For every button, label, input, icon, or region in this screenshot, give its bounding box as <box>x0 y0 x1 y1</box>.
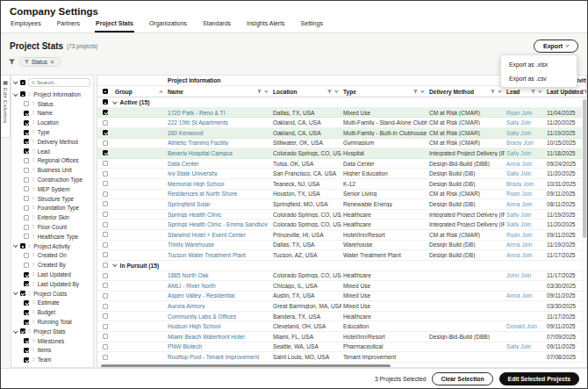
clear-selection-button[interactable]: Clear Selection <box>432 372 492 385</box>
lead-link[interactable]: Sally Join <box>505 212 545 218</box>
lead-link[interactable]: Brady Join <box>505 181 545 187</box>
column-checkbox[interactable] <box>24 310 29 315</box>
column-toggle-delivery-method[interactable]: ⠿Delivery Method <box>11 137 93 147</box>
lead-link[interactable]: Donald Join <box>505 323 545 329</box>
tab-partners[interactable]: Partners <box>56 18 81 32</box>
column-checkbox[interactable] <box>24 111 29 116</box>
drag-handle-icon[interactable]: ⠿ <box>32 348 35 352</box>
table-row[interactable]: Ivy State UniversitySan Francisco, CA, U… <box>97 169 582 179</box>
column-toggle-healthcare-type[interactable]: ⠿Healthcare Type <box>11 232 93 241</box>
table-row[interactable]: Rooftop Pool - Tenant ImprovementSaint L… <box>97 352 582 363</box>
row-checkbox[interactable] <box>103 161 108 166</box>
column-toggle-last-updated[interactable]: ⠿Last Updated <box>11 270 93 279</box>
table-row[interactable]: Springs Health Clinic - Emma SandboxColo… <box>97 220 582 230</box>
funnel-filter-icon[interactable] <box>9 59 15 65</box>
table-row[interactable]: 1885 North OakColorado Springs, CO, USAH… <box>97 271 582 282</box>
export-button[interactable]: Export <box>534 40 578 53</box>
search-input[interactable] <box>37 80 87 85</box>
lead-link[interactable]: Anna Join <box>505 201 545 207</box>
drag-handle-icon[interactable]: ⠿ <box>32 158 35 162</box>
column-toggle-regional-offices[interactable]: ⠿Regional Offices <box>11 156 93 166</box>
row-checkbox[interactable] <box>103 252 108 257</box>
column-header-type[interactable]: Type <box>341 86 427 97</box>
select-all-rows-checkbox[interactable] <box>103 89 108 94</box>
drag-handle-icon[interactable]: ⠿ <box>32 187 35 191</box>
column-toggle-status[interactable]: ⠿Status <box>11 99 93 109</box>
drag-handle-icon[interactable]: ⠿ <box>28 244 32 249</box>
table-row[interactable]: Tucson Water Treatment PlantTucson, AZ, … <box>97 250 582 261</box>
drag-handle-icon[interactable]: ⠿ <box>32 197 35 201</box>
table-row[interactable]: 222 19th St ApartmentsOakland, CA, USAMu… <box>97 118 582 128</box>
lead-link[interactable]: Brady Join <box>505 140 545 146</box>
column-checkbox[interactable] <box>24 272 29 277</box>
drag-handle-icon[interactable]: ⠿ <box>32 300 35 305</box>
table-row[interactable]: Beverly Hospital CampusColorado Springs,… <box>97 148 582 159</box>
column-checkbox[interactable] <box>24 101 29 106</box>
funnel-filter-icon[interactable] <box>584 89 587 95</box>
funnel-filter-icon[interactable] <box>257 89 262 95</box>
row-checkbox[interactable] <box>103 355 108 360</box>
column-toggle-created-on[interactable]: ⠿Created On <box>11 251 93 261</box>
row-checkbox[interactable] <box>103 150 108 155</box>
lead-link[interactable]: John Join <box>505 272 545 278</box>
column-checkbox[interactable] <box>24 130 29 135</box>
lead-link[interactable]: Ryan Join <box>505 191 545 197</box>
column-toggle-items[interactable]: ⠿Items <box>11 346 93 356</box>
project-name-link[interactable]: AMLI - River North <box>166 283 271 289</box>
column-header-location[interactable]: Location <box>271 86 341 97</box>
column-group-project-activity[interactable]: ⠿Project Activity <box>11 241 93 251</box>
table-row[interactable]: 260 KenwoodOakland, CA, USAMulti-Family … <box>97 128 582 139</box>
lead-link[interactable]: Sally Join <box>505 170 545 176</box>
project-name-link[interactable]: Rooftop Pool - Tenant Improvement <box>166 354 271 360</box>
table-row[interactable]: Aurora ArmoryGreat Barrington, MA, USAMi… <box>97 301 582 312</box>
tab-settings[interactable]: Settings <box>300 18 324 32</box>
menu-item-export-as-xlsx[interactable]: Export as .xlsx <box>501 57 577 71</box>
row-checkbox[interactable] <box>103 283 108 288</box>
edit-selected-projects-button[interactable]: Edit Selected Projects <box>499 372 579 385</box>
project-name-link[interactable]: Residences at North Shore <box>166 191 271 197</box>
column-checkbox[interactable] <box>24 139 29 144</box>
column-checkbox[interactable] <box>24 281 29 286</box>
drag-handle-icon[interactable]: ⠿ <box>32 357 35 362</box>
lead-link[interactable]: Sally Join <box>505 119 545 126</box>
chevron-down-icon[interactable] <box>112 99 117 104</box>
row-checkbox[interactable] <box>103 191 108 197</box>
drag-handle-icon[interactable]: ⠿ <box>32 310 35 314</box>
column-toggle-team[interactable]: ⠿Team <box>11 355 93 364</box>
drag-handle-icon[interactable]: ⠿ <box>32 320 35 324</box>
chevron-down-icon[interactable] <box>13 291 18 295</box>
group-row-checkbox[interactable] <box>103 99 108 104</box>
row-checkbox[interactable] <box>103 201 108 206</box>
table-row[interactable]: Hudson High SchoolCleveland, OH, USAEduc… <box>97 321 582 332</box>
status-filter-chip[interactable]: Status ✕ <box>19 57 61 67</box>
project-name-link[interactable]: Memorial High School <box>166 181 271 187</box>
column-toggle-last-updated-by[interactable]: ⠿Last Updated By <box>11 279 93 289</box>
drag-handle-icon[interactable]: ⠿ <box>32 168 35 172</box>
row-checkbox[interactable] <box>103 130 108 135</box>
row-checkbox[interactable] <box>103 181 108 186</box>
row-checkbox[interactable] <box>103 304 108 309</box>
column-checkbox[interactable] <box>24 357 29 363</box>
column-group-project-stats[interactable]: ⠿Project Stats <box>11 327 93 336</box>
select-all-columns-checkbox[interactable] <box>20 80 25 85</box>
sort-icon[interactable] <box>160 90 163 94</box>
chevron-down-icon[interactable] <box>335 89 339 92</box>
column-checkbox[interactable] <box>24 320 29 325</box>
drag-handle-icon[interactable]: ⠿ <box>32 111 35 115</box>
column-checkbox[interactable] <box>24 186 29 191</box>
lead-link[interactable]: Anna Join <box>505 241 545 248</box>
column-toggle-type[interactable]: ⠿Type <box>11 127 93 137</box>
drag-handle-icon[interactable]: ⠿ <box>32 177 35 182</box>
lead-link[interactable]: Sally Join <box>505 221 545 227</box>
group-checkbox[interactable] <box>20 243 25 249</box>
column-group-project-costs[interactable]: ⠿Project Costs <box>11 289 93 299</box>
column-checkbox[interactable] <box>24 348 29 353</box>
drag-handle-icon[interactable]: ⠿ <box>32 149 35 154</box>
column-toggle-location[interactable]: ⠿Location <box>11 118 93 127</box>
table-row[interactable]: Community Labs & OfficesBandera, TX, USA… <box>97 312 582 322</box>
column-header-delivery-method[interactable]: Delivery Method <box>427 86 505 97</box>
chevron-down-icon[interactable] <box>421 89 425 92</box>
row-checkbox[interactable] <box>103 140 108 146</box>
lead-link[interactable]: Anna Join <box>505 252 545 258</box>
project-name-link[interactable]: Data Center <box>166 161 271 167</box>
